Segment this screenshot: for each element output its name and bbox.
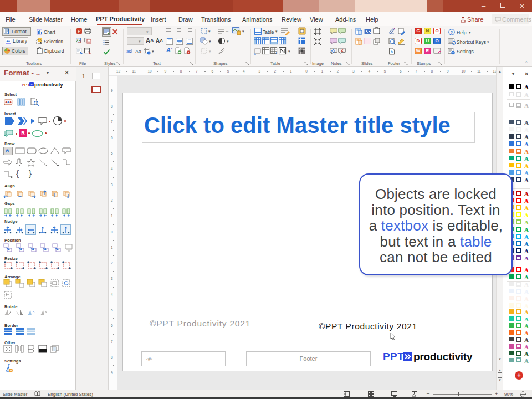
svg-text:i: i [149,52,149,55]
svg-text:?: ? [451,30,453,35]
svg-text:b: b [391,50,393,54]
svg-text:P: P [78,29,80,34]
